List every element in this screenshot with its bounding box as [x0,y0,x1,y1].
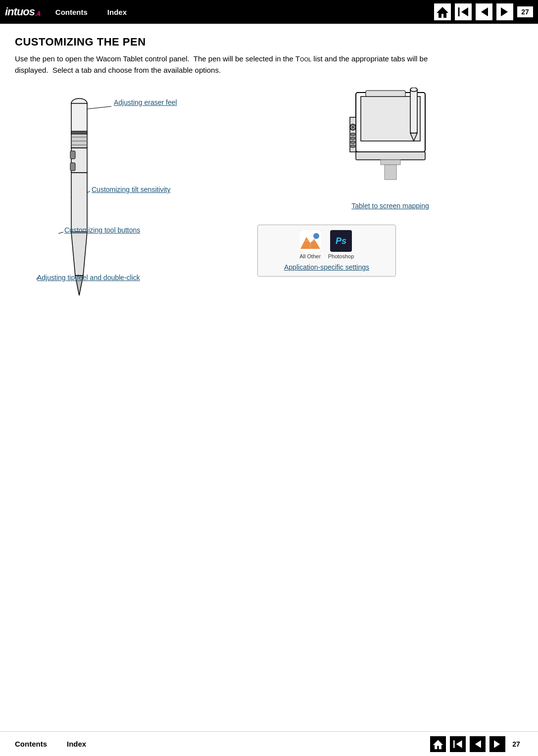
diagram-area: Adjusting eraser feel Customizing tilt s… [15,88,523,300]
page-number-badge: 27 [517,6,533,17]
pen-diagram: Adjusting eraser feel Customizing tilt s… [15,88,243,300]
svg-rect-31 [351,137,355,140]
svg-point-40 [313,233,319,239]
bottom-first-page-button[interactable] [450,736,466,752]
photoshop-icon: Ps [330,230,352,252]
bottom-contents-link[interactable]: Contents [15,740,47,748]
app-icons-row: All Other Ps Photoshop [299,230,354,259]
customizing-tool-buttons-link[interactable]: Customizing tool buttons [64,226,140,234]
bottom-nav-icons: 27 [430,736,523,752]
tablet-diagram: Tablet to screen mapping [257,88,523,210]
svg-rect-33 [351,145,355,147]
svg-rect-30 [351,133,355,136]
top-navigation: intuos .4 Contents Index [0,0,538,24]
tablet-illustration [341,88,440,198]
logo-sub: .4 [35,10,41,17]
nav-links: Contents Index [55,8,434,16]
svg-marker-45 [456,740,462,748]
tablet-svg [341,88,440,196]
svg-marker-47 [494,740,500,748]
svg-rect-11 [71,133,87,148]
adjusting-tip-feel-link[interactable]: Adjusting tip feel and double-click [37,274,140,282]
svg-marker-0 [437,7,448,18]
app-settings-box: All Other Ps Photoshop Application-speci… [257,225,396,277]
bottom-home-button[interactable] [430,736,446,752]
svg-rect-13 [70,151,75,159]
svg-rect-32 [351,141,355,143]
svg-marker-2 [461,7,468,16]
logo: intuos .4 [5,5,41,18]
svg-rect-35 [381,160,400,165]
bottom-index-link[interactable]: Index [67,740,86,748]
customizing-tilt-sensitivity-link[interactable]: Customizing tilt sensitivity [92,186,171,193]
svg-rect-24 [410,89,417,133]
bottom-prev-page-button[interactable] [470,736,486,752]
page-title: CUSTOMIZING THE PEN [15,36,523,48]
all-other-label: All Other [299,253,321,259]
tablet-to-screen-mapping-link[interactable]: Tablet to screen mapping [351,202,429,210]
svg-rect-10 [71,103,87,133]
home-button[interactable] [434,3,451,20]
bottom-nav-links: Contents Index [15,740,86,748]
intro-paragraph: Use the pen to open the Wacom Tablet con… [15,53,460,76]
svg-rect-34 [356,152,425,160]
svg-rect-15 [71,173,87,232]
photoshop-label: Photoshop [328,253,354,259]
logo-text: intuos [5,5,35,18]
all-other-icon-box: All Other [299,230,321,259]
svg-rect-37 [366,91,405,96]
all-other-icon [299,230,321,252]
nav-index-link[interactable]: Index [107,8,127,16]
svg-marker-46 [475,740,481,748]
prev-page-button[interactable] [476,3,492,20]
bottom-next-page-button[interactable] [489,736,505,752]
application-specific-settings-link[interactable]: Application-specific settings [284,263,369,271]
bottom-navigation: Contents Index 27 [0,731,538,756]
nav-icons-right: 27 [434,3,533,20]
svg-marker-4 [501,7,508,16]
svg-marker-16 [71,232,87,276]
svg-rect-14 [70,163,75,171]
first-page-button[interactable] [455,3,472,20]
svg-point-25 [410,88,417,92]
next-page-button[interactable] [496,3,513,20]
all-other-svg [299,230,321,252]
nav-contents-link[interactable]: Contents [55,8,88,16]
tool-keyword: Tool [295,54,311,63]
svg-point-29 [352,126,354,128]
adjusting-eraser-feel-link[interactable]: Adjusting eraser feel [114,98,177,106]
svg-marker-43 [433,740,443,749]
photoshop-icon-box: Ps Photoshop [328,230,354,259]
main-content: CUSTOMIZING THE PEN Use the pen to open … [0,24,538,330]
right-diagram: Tablet to screen mapping [257,88,523,300]
pen-illustration [15,88,99,300]
svg-rect-21 [71,131,87,134]
svg-marker-3 [481,7,488,16]
bottom-page-number: 27 [509,740,523,748]
svg-rect-36 [385,165,396,180]
